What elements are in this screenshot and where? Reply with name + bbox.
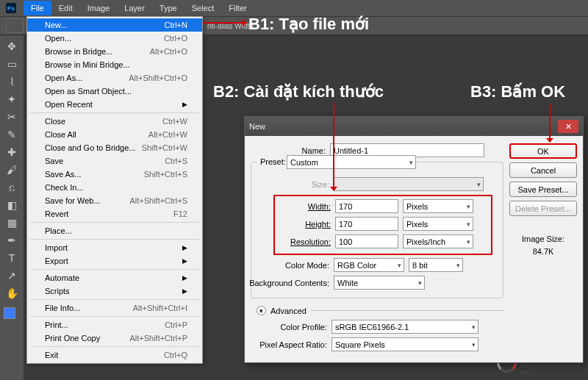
menu-item-label: Check In...	[45, 183, 84, 192]
menu-item-label: Close All	[45, 130, 76, 139]
marquee-tool-icon[interactable]: ▭	[3, 56, 21, 72]
size-label: Size:	[278, 180, 329, 189]
file-menu-item-open-as-smart-object[interactable]: Open as Smart Object...	[27, 85, 202, 98]
menu-item-shortcut: Alt+Shift+Ctrl+S	[129, 196, 187, 205]
wand-tool-icon[interactable]: ✦	[3, 91, 21, 107]
file-menu-item-revert[interactable]: RevertF12	[27, 207, 202, 221]
foreground-color[interactable]	[4, 307, 20, 323]
close-icon[interactable]: ✕	[558, 120, 578, 133]
resolution-input[interactable]	[335, 234, 398, 248]
pen-tool-icon[interactable]: ✒	[3, 232, 21, 248]
cancel-button[interactable]: Cancel	[509, 162, 577, 178]
menu-item-label: Revert	[45, 209, 68, 218]
menu-filter[interactable]: Filter	[221, 1, 254, 15]
file-menu-item-new[interactable]: New...Ctrl+N	[27, 18, 202, 32]
colordepth-select[interactable]: 8 bit	[409, 258, 463, 272]
colormode-label: Color Mode:	[278, 261, 329, 270]
name-label: Name:	[295, 146, 326, 155]
menu-edit[interactable]: Edit	[51, 1, 80, 15]
path-tool-icon[interactable]: ↗	[3, 268, 21, 284]
chevron-right-icon: ▶	[182, 274, 187, 282]
type-tool-icon[interactable]: T	[3, 250, 21, 266]
file-menu-item-open-recent[interactable]: Open Recent▶	[27, 98, 202, 111]
colormode-select[interactable]: RGB Color	[334, 258, 404, 272]
file-menu-item-open-as[interactable]: Open As...Alt+Shift+Ctrl+O	[27, 71, 202, 85]
file-menu-item-exit[interactable]: ExitCtrl+Q	[27, 348, 202, 362]
preset-select[interactable]: Custom	[287, 155, 416, 169]
svg-marker-5	[546, 138, 553, 143]
eraser-tool-icon[interactable]: ◧	[3, 197, 21, 213]
file-menu-item-scripts[interactable]: Scripts▶	[27, 284, 202, 298]
stamp-tool-icon[interactable]: ⎌	[3, 179, 21, 196]
menu-layer[interactable]: Layer	[117, 1, 152, 15]
file-menu-item-save-as[interactable]: Save As...Shift+Ctrl+S	[27, 168, 202, 181]
height-label: Height:	[279, 220, 331, 229]
aspect-select[interactable]: Square Pixels	[331, 337, 478, 351]
file-menu-item-print-one-copy[interactable]: Print One CopyAlt+Shift+Ctrl+P	[27, 331, 202, 345]
width-unit-select[interactable]: Pixels	[403, 199, 473, 213]
file-menu-item-close[interactable]: CloseCtrl+W	[27, 115, 202, 128]
file-menu-item-automate[interactable]: Automate▶	[27, 271, 202, 284]
preset-label: Preset:	[257, 157, 289, 166]
file-menu-item-save[interactable]: SaveCtrl+S	[27, 154, 202, 168]
file-menu-item-close-all[interactable]: Close AllAlt+Ctrl+W	[27, 128, 202, 141]
menu-item-label: File Info...	[45, 304, 80, 312]
menu-item-label: Exit	[45, 351, 58, 359]
delete-preset-button: Delete Preset...	[509, 201, 577, 216]
file-menu-item-browse-in-mini-bridge[interactable]: Browse in Mini Bridge...	[27, 58, 202, 71]
menu-item-shortcut: Ctrl+S	[165, 157, 187, 165]
advanced-label: Advanced	[270, 306, 306, 315]
menu-item-shortcut: Ctrl+O	[164, 34, 187, 43]
menu-type[interactable]: Type	[152, 1, 184, 15]
hand-tool-icon[interactable]: ✋	[3, 285, 21, 301]
menu-item-label: Browse in Mini Bridge...	[45, 60, 130, 69]
resolution-unit-select[interactable]: Pixels/Inch	[403, 234, 473, 248]
file-menu-item-open[interactable]: Open...Ctrl+O	[27, 32, 202, 45]
menu-item-label: Open as Smart Object...	[45, 87, 132, 96]
dimensions-group: Width: Pixels Height: Pixels Resolution:…	[273, 195, 492, 255]
dialog-titlebar[interactable]: New ✕	[245, 117, 583, 136]
height-input[interactable]	[335, 217, 398, 231]
file-dropdown-menu: New...Ctrl+NOpen...Ctrl+OBrowse in Bridg…	[26, 16, 203, 364]
tool-preset-icon[interactable]	[6, 18, 24, 33]
file-menu-item-export[interactable]: Export▶	[27, 254, 202, 268]
file-menu-item-close-and-go-to-bridge[interactable]: Close and Go to Bridge...Shift+Ctrl+W	[27, 141, 202, 154]
menu-item-shortcut: Ctrl+Q	[164, 351, 187, 359]
menu-file[interactable]: File	[24, 1, 51, 15]
arrow-b3	[545, 103, 554, 143]
file-menu-item-save-for-web[interactable]: Save for Web...Alt+Shift+Ctrl+S	[27, 194, 202, 207]
brush-tool-icon[interactable]: 🖌	[3, 162, 21, 178]
menu-item-label: Print One Copy	[45, 334, 100, 343]
ok-button[interactable]: OK	[509, 143, 577, 159]
save-preset-button[interactable]: Save Preset...	[509, 182, 577, 197]
menu-separator	[30, 112, 199, 113]
menu-item-label: Save	[45, 157, 63, 165]
advanced-toggle-icon[interactable]: ▾	[257, 306, 266, 315]
height-unit-select[interactable]: Pixels	[403, 217, 473, 231]
menu-item-label: Print...	[45, 320, 68, 329]
lasso-tool-icon[interactable]: ⌇	[3, 74, 21, 90]
menu-image[interactable]: Image	[80, 1, 118, 15]
menu-item-shortcut: Alt+Ctrl+O	[150, 47, 187, 56]
menu-select[interactable]: Select	[184, 1, 222, 15]
bg-select[interactable]: White	[334, 276, 425, 290]
menu-separator	[30, 269, 199, 270]
eyedropper-tool-icon[interactable]: ✎	[3, 126, 21, 143]
width-input[interactable]	[335, 199, 398, 213]
menu-item-shortcut: Ctrl+W	[162, 117, 187, 126]
file-menu-item-browse-in-bridge[interactable]: Browse in Bridge...Alt+Ctrl+O	[27, 45, 202, 58]
profile-select[interactable]: sRGB IEC61966-2.1	[331, 320, 478, 334]
gradient-tool-icon[interactable]: ▦	[3, 215, 21, 231]
bg-label: Background Contents:	[237, 279, 329, 287]
file-menu-item-place[interactable]: Place...	[27, 224, 202, 237]
file-menu-item-file-info[interactable]: File Info...Alt+Shift+Ctrl+I	[27, 301, 202, 315]
new-document-dialog: New ✕ Name: Preset: Custom Size: Width:	[244, 116, 584, 363]
menu-item-label: Open...	[45, 34, 71, 43]
crop-tool-icon[interactable]: ✂	[3, 109, 21, 125]
file-menu-item-check-in[interactable]: Check In...	[27, 181, 202, 194]
healing-tool-icon[interactable]: ✚	[3, 144, 21, 160]
file-menu-item-print[interactable]: Print...Ctrl+P	[27, 318, 202, 331]
move-tool-icon[interactable]: ✥	[3, 38, 21, 54]
file-menu-item-import[interactable]: Import▶	[27, 241, 202, 254]
menu-item-label: Close	[45, 117, 65, 126]
